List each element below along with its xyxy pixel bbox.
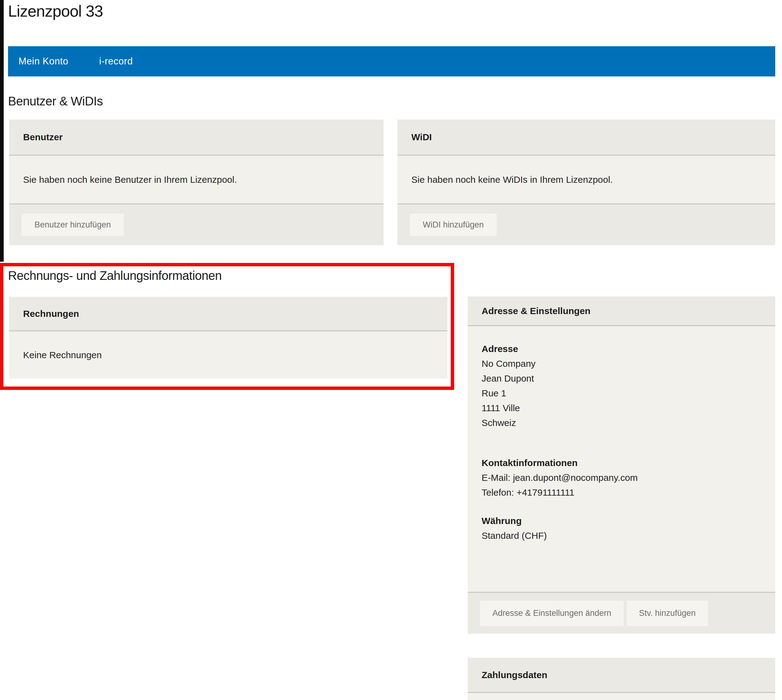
- widi-empty-message: Sie haben noch keine WiDIs in Ihrem Lize…: [398, 156, 775, 203]
- widi-hinzufuegen-button[interactable]: WiDI hinzufügen: [410, 213, 497, 236]
- nav-item-i-record[interactable]: i-record: [99, 56, 133, 67]
- adresse-card-title: Adresse & Einstellungen: [468, 297, 775, 325]
- nav-item-mein-konto[interactable]: Mein Konto: [18, 56, 68, 67]
- rechnungen-empty-message: Keine Rechnungen: [9, 332, 448, 378]
- section-heading-benutzer-widis: Benutzer & WiDIs: [8, 94, 103, 108]
- rechnungen-card-title: Rechnungen: [9, 297, 448, 330]
- zahlungsdaten-card-body: [468, 693, 775, 700]
- address-line-street: Rue 1: [482, 386, 761, 401]
- zahlungsdaten-card: Zahlungsdaten: [468, 658, 775, 700]
- zahlungsdaten-card-title: Zahlungsdaten: [468, 658, 775, 692]
- address-line-name: Jean Dupont: [482, 371, 761, 386]
- benutzer-card-footer: Benutzer hinzufügen: [9, 204, 384, 245]
- waehrung-subheading: Währung: [482, 513, 761, 528]
- left-edge-bar: [0, 0, 4, 262]
- benutzer-card-title: Benutzer: [9, 120, 384, 155]
- address-line-city: 1111 Ville: [482, 401, 761, 415]
- benutzer-card: Benutzer Sie haben noch keine Benutzer i…: [9, 120, 384, 245]
- waehrung-value: Standard (CHF): [482, 528, 761, 543]
- benutzer-empty-message: Sie haben noch keine Benutzer in Ihrem L…: [9, 156, 384, 203]
- adresse-card-footer: Adresse & Einstellungen ändern Stv. hinz…: [468, 593, 775, 634]
- widi-card-title: WiDI: [398, 120, 775, 155]
- main-nav: Mein Konto i-record: [8, 46, 775, 77]
- page-title: Lizenzpool 33: [8, 2, 103, 20]
- adresse-einstellungen-aendern-button[interactable]: Adresse & Einstellungen ändern: [480, 601, 624, 626]
- widi-card: WiDI Sie haben noch keine WiDIs in Ihrem…: [398, 120, 775, 245]
- address-line-company: No Company: [482, 356, 761, 371]
- contact-line-email: E-Mail: jean.dupont@nocompany.com: [482, 470, 761, 485]
- kontakt-subheading: Kontaktinformationen: [482, 455, 761, 470]
- page: Lizenzpool 33 Mein Konto i-record Benutz…: [0, 0, 782, 700]
- stv-hinzufuegen-button[interactable]: Stv. hinzufügen: [627, 601, 708, 626]
- rechnungen-card: Rechnungen Keine Rechnungen: [9, 297, 448, 378]
- adresse-card-body: Adresse No Company Jean Dupont Rue 1 111…: [468, 326, 775, 592]
- adresse-subheading: Adresse: [482, 342, 761, 356]
- widi-card-footer: WiDI hinzufügen: [398, 204, 775, 245]
- contact-line-phone: Telefon: +41791111111: [482, 485, 761, 500]
- address-line-country: Schweiz: [482, 415, 761, 430]
- section-heading-rechnungen-zahlung: Rechnungs- und Zahlungsinformationen: [8, 269, 222, 283]
- adresse-einstellungen-card: Adresse & Einstellungen Adresse No Compa…: [468, 297, 775, 634]
- benutzer-hinzufuegen-button[interactable]: Benutzer hinzufügen: [22, 213, 124, 236]
